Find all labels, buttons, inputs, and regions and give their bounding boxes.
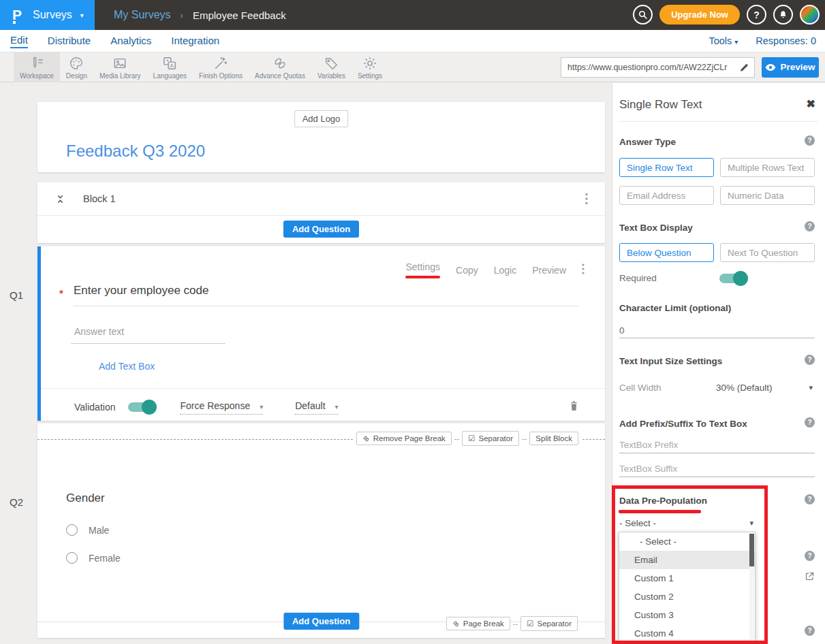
answer-type-email-address[interactable]: Email Address (619, 186, 714, 205)
divider (41, 388, 605, 389)
help-icon[interactable]: ? (805, 551, 815, 561)
separator-button[interactable]: ☑ Separator (462, 431, 519, 446)
answer-text-placeholder[interactable]: Answer text (74, 326, 124, 337)
svg-text:A: A (170, 63, 174, 69)
help-button[interactable]: ? (747, 5, 766, 25)
responses-count[interactable]: Responses: 0 (756, 35, 816, 46)
toolbar-item-design[interactable]: Design (60, 52, 93, 82)
dropdown-option-custom-1[interactable]: Custom 1 (619, 569, 755, 587)
required-toggle[interactable] (719, 274, 747, 283)
text-input-size-help-icon[interactable]: ? (805, 355, 815, 365)
tab-integration[interactable]: Integration (171, 35, 219, 48)
chevron-down-icon: ▾ (734, 38, 738, 46)
collapse-block-button[interactable] (56, 193, 65, 205)
dropdown-option-custom-4[interactable]: Custom 4 (619, 624, 755, 642)
close-panel-button[interactable]: ✖ (807, 97, 815, 110)
cell-width-value[interactable]: 30% (Default) (716, 383, 773, 393)
q2-number-label: Q2 (10, 496, 23, 508)
question-tab-copy[interactable]: Copy (456, 265, 478, 276)
display-below-question[interactable]: Below Question (619, 243, 714, 262)
remove-page-break-button[interactable]: Remove Page Break (356, 432, 452, 445)
toolbar-item-languages[interactable]: *A Languages (147, 52, 193, 82)
tab-edit[interactable]: Edit (10, 34, 28, 48)
toolbar-item-workspace[interactable]: Workspace (14, 52, 60, 82)
avatar[interactable] (800, 5, 820, 25)
text-box-display-label: Text Box Display (619, 223, 693, 233)
survey-title[interactable]: Feedback Q3 2020 (66, 142, 205, 161)
radio-option-male[interactable]: Male (66, 524, 109, 536)
add-question-button-top[interactable]: Add Question (283, 221, 359, 238)
separator-button-bottom[interactable]: ☑ Separator (520, 616, 578, 631)
tab-analytics[interactable]: Analytics (110, 35, 151, 48)
toolbar-item-settings[interactable]: Settings (352, 52, 388, 82)
survey-url-field[interactable] (561, 57, 755, 78)
answer-type-multiple-rows-text[interactable]: Multiple Rows Text (720, 158, 815, 177)
validation-default-dropdown[interactable]: Default▾ (295, 400, 338, 415)
checkbox-icon: ☑ (527, 619, 533, 628)
dropdown-scrollbar[interactable] (749, 533, 754, 641)
question-tab-preview[interactable]: Preview (532, 265, 566, 276)
dropdown-option-select[interactable]: - Select - (619, 532, 755, 551)
survey-nav: Edit Distribute Analytics Integration To… (0, 30, 825, 52)
toolbar-item-variables[interactable]: Variables (311, 52, 352, 82)
answer-type-help-icon[interactable]: ? (805, 135, 815, 146)
tools-menu[interactable]: Tools▾ (709, 35, 738, 46)
search-button[interactable] (633, 5, 653, 25)
external-link-button[interactable] (805, 571, 815, 584)
block-header: Block 1 (37, 182, 605, 216)
radio-icon[interactable] (66, 524, 78, 536)
radio-option-female[interactable]: Female (66, 552, 121, 564)
question-tab-logic[interactable]: Logic (494, 265, 516, 276)
breadcrumb-my-surveys[interactable]: My Surveys (114, 9, 171, 21)
character-limit-input[interactable]: 0 (619, 325, 625, 336)
product-name[interactable]: Surveys (33, 9, 72, 21)
add-text-box-link[interactable]: Add Text Box (99, 361, 155, 372)
add-question-button-bottom[interactable]: Add Question (283, 613, 359, 630)
answer-type-numeric-data[interactable]: Numeric Data (720, 186, 815, 205)
split-block-button[interactable]: Split Block (529, 432, 578, 445)
toolbar-item-media-library[interactable]: Media Library (93, 52, 147, 82)
breadcrumb: My Surveys › Employee Feedback (114, 9, 286, 21)
preview-button[interactable]: Preview (762, 57, 819, 78)
dropdown-option-email[interactable]: Email (619, 551, 755, 569)
validation-toggle[interactable] (128, 402, 155, 412)
help-icon[interactable]: ? (805, 626, 815, 636)
chevron-down-icon[interactable]: ▾ (809, 383, 813, 392)
data-prepopulation-select[interactable]: - Select - ▾ (619, 518, 753, 528)
notifications-button[interactable] (773, 5, 793, 25)
text-box-display-help-icon[interactable]: ? (805, 221, 815, 231)
add-logo-button[interactable]: Add Logo (294, 110, 349, 127)
upgrade-now-button[interactable]: Upgrade Now (659, 5, 740, 25)
question-tab-settings[interactable]: Settings (405, 261, 440, 278)
advance-quotas-icon (273, 56, 287, 71)
edit-url-button[interactable] (739, 63, 754, 72)
chevron-down-icon: ▾ (335, 403, 339, 410)
answer-type-single-row-text[interactable]: Single Row Text (619, 158, 714, 177)
data-prepopulation-help-icon[interactable]: ? (805, 494, 815, 504)
toolbar-item-finish-options[interactable]: Finish Options (193, 52, 249, 82)
prefix-suffix-help-icon[interactable]: ? (805, 417, 815, 428)
questionpro-logo-icon: P (12, 6, 26, 24)
question-1-text[interactable]: Enter your employee code (74, 284, 208, 297)
block-title[interactable]: Block 1 (83, 193, 585, 204)
app-logo-area[interactable]: P Surveys ▾ (0, 0, 95, 30)
dropdown-option-custom-3[interactable]: Custom 3 (619, 606, 755, 624)
design-icon (69, 56, 84, 71)
display-next-to-question[interactable]: Next To Question (720, 243, 815, 262)
dash-separator: -- (522, 434, 527, 442)
survey-url-input[interactable] (561, 63, 739, 72)
toolbar-item-advance-quotas[interactable]: Advance Quotas (249, 52, 311, 82)
question-2-text[interactable]: Gender (66, 492, 105, 505)
dropdown-option-custom-2[interactable]: Custom 2 (619, 587, 755, 606)
delete-question-button[interactable] (569, 400, 579, 415)
question-menu-button[interactable] (582, 263, 585, 277)
textbox-prefix-input[interactable]: TextBox Prefix (619, 440, 678, 450)
scrollbar-thumb[interactable] (749, 534, 754, 566)
block-menu-button[interactable] (585, 193, 588, 205)
page-break-button[interactable]: Page Break (446, 617, 510, 630)
force-response-dropdown[interactable]: Force Response▾ (180, 400, 263, 415)
chevron-down-icon: ▾ (80, 12, 84, 19)
textbox-suffix-input[interactable]: TextBox Suffix (619, 464, 677, 474)
tab-distribute[interactable]: Distribute (48, 35, 91, 48)
radio-icon[interactable] (66, 552, 78, 564)
